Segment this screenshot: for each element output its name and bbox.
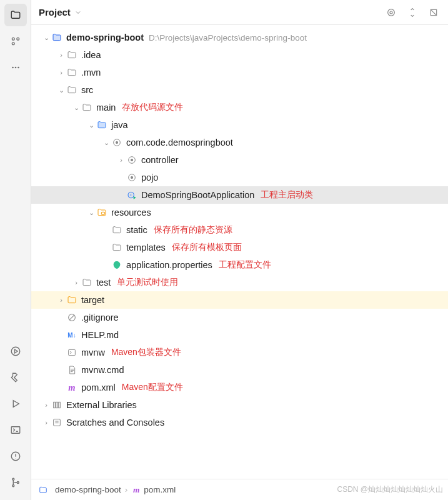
tree-node-scratches[interactable]: › Scratches and Consoles [31, 414, 448, 431]
excluded-folder-icon [66, 295, 77, 305]
tree-node-pom[interactable]: m pom.xml Maven配置文件 [31, 379, 448, 396]
tree-node-idea[interactable]: › .idea [31, 46, 448, 64]
tree-node-templates[interactable]: templates 保存所有模板页面 [31, 239, 448, 256]
tree-label: DemoSpringBootApplication [141, 190, 254, 200]
libraries-icon [51, 400, 62, 410]
project-tree: ⌄ demo-spring-boot D:\Projects\javaProje… [31, 25, 448, 479]
tree-label: Scratches and Consoles [66, 418, 164, 428]
tree-label: resources [111, 208, 151, 218]
expand-collapse-button[interactable] [406, 6, 419, 19]
svg-point-1 [16, 38, 19, 40]
more-tool-button[interactable] [4, 56, 27, 79]
tree-label: mvnw [81, 348, 105, 358]
tree-node-project-root[interactable]: ⌄ demo-spring-boot D:\Projects\javaProje… [31, 29, 448, 46]
tree-node-gitignore[interactable]: .gitignore [31, 309, 448, 326]
markdown-file-icon: M↓ [66, 332, 77, 339]
run-tool-button[interactable] [4, 392, 27, 415]
svg-point-5 [17, 67, 19, 69]
hide-tool-window-button[interactable] [427, 6, 441, 19]
tree-label: .gitignore [81, 312, 119, 322]
svg-point-3 [12, 67, 14, 69]
folder-icon [81, 102, 92, 112]
svg-point-4 [14, 67, 16, 69]
package-icon [126, 155, 137, 165]
chevron-right-icon[interactable]: › [56, 69, 66, 76]
source-folder-icon [96, 120, 107, 130]
svg-point-23 [131, 176, 132, 178]
scratches-icon [51, 418, 62, 428]
folder-icon [66, 85, 77, 95]
navigation-bar: demo-spring-boot › m pom.xml [31, 479, 448, 500]
tree-node-mvnw[interactable]: mvnw Maven包装器文件 [31, 344, 448, 361]
tree-node-controller[interactable]: › controller [31, 151, 448, 169]
svg-rect-36 [59, 402, 61, 408]
chevron-down-icon[interactable] [74, 9, 82, 16]
chevron-right-icon[interactable]: › [71, 279, 81, 286]
breadcrumb-project[interactable]: demo-spring-boot [37, 485, 121, 494]
tree-node-app-class[interactable]: C DemoSpringBootApplication 工程主启动类 [31, 186, 448, 204]
tree-node-package[interactable]: ⌄ com.code.demospringboot [31, 134, 448, 151]
resources-folder-icon [96, 208, 107, 218]
tree-label: pojo [141, 172, 158, 182]
chevron-down-icon[interactable]: ⌄ [86, 209, 96, 217]
left-toolbar [0, 0, 31, 500]
tree-label: target [81, 295, 104, 305]
select-opened-file-button[interactable] [384, 6, 398, 19]
annotation: 存放代码源文件 [122, 102, 183, 113]
services-tool-button[interactable] [4, 340, 27, 362]
annotation: 工程配置文件 [219, 259, 271, 271]
package-icon [126, 172, 137, 182]
breadcrumb-label: demo-spring-boot [55, 485, 121, 494]
chevron-right-icon[interactable]: › [41, 401, 51, 409]
tree-label: application.properties [126, 260, 212, 270]
tree-node-appprops[interactable]: application.properties 工程配置文件 [31, 256, 448, 274]
chevron-down-icon[interactable]: ⌄ [86, 121, 96, 129]
tree-path: D:\Projects\javaProjects\demo-spring-boo… [149, 33, 307, 42]
breadcrumb-file[interactable]: m pom.xml [131, 485, 176, 495]
svg-point-12 [12, 485, 14, 487]
folder-icon [111, 225, 122, 235]
problems-tool-button[interactable] [4, 445, 27, 468]
folder-icon [66, 68, 77, 78]
maven-file-icon: m [131, 485, 141, 495]
chevron-right-icon[interactable]: › [56, 296, 66, 304]
chevron-right-icon[interactable]: › [41, 419, 51, 426]
tree-node-pojo[interactable]: pojo [31, 169, 448, 186]
tree-node-test[interactable]: › test 单元测试时使用 [31, 274, 448, 291]
svg-point-2 [12, 42, 14, 45]
commit-tool-button[interactable] [4, 30, 27, 52]
tree-node-mvnwcmd[interactable]: mvnw.cmd [31, 361, 448, 379]
folder-icon [66, 50, 77, 60]
svg-point-0 [12, 38, 14, 40]
maven-file-icon: m [66, 382, 77, 393]
breadcrumb-label: pom.xml [144, 485, 176, 494]
tree-node-external-libraries[interactable]: › External Libraries [31, 396, 448, 414]
tree-label: static [126, 225, 147, 235]
tree-node-target[interactable]: › target [31, 291, 448, 309]
chevron-down-icon[interactable]: ⌄ [41, 34, 51, 42]
module-icon [37, 486, 49, 494]
project-tool-button[interactable] [4, 4, 27, 26]
chevron-right-icon[interactable]: › [56, 51, 66, 59]
folder-icon [111, 242, 122, 252]
tool-window-title[interactable]: Project [39, 7, 71, 18]
tree-node-mvn[interactable]: › .mvn [31, 64, 448, 81]
tree-label: main [96, 102, 116, 112]
tree-label: java [111, 120, 128, 130]
tree-label: src [81, 85, 93, 95]
tree-node-src[interactable]: ⌄ src [31, 81, 448, 99]
chevron-down-icon[interactable]: ⌄ [101, 139, 111, 147]
chevron-down-icon[interactable]: ⌄ [71, 104, 81, 112]
terminal-tool-button[interactable] [4, 419, 27, 441]
tree-node-java[interactable]: ⌄ java [31, 116, 448, 134]
tree-node-main[interactable]: ⌄ main 存放代码源文件 [31, 99, 448, 116]
tree-node-static[interactable]: static 保存所有的静态资源 [31, 221, 448, 239]
tree-node-helpmd[interactable]: M↓ HELP.md [31, 326, 448, 344]
build-tool-button[interactable] [4, 366, 27, 389]
tree-node-resources[interactable]: ⌄ resources [31, 204, 448, 221]
chevron-down-icon[interactable]: ⌄ [56, 86, 66, 94]
tree-label: .mvn [81, 68, 101, 78]
vcs-tool-button[interactable] [4, 471, 27, 494]
chevron-right-icon[interactable]: › [116, 156, 126, 164]
tool-window-header: Project [31, 0, 448, 25]
